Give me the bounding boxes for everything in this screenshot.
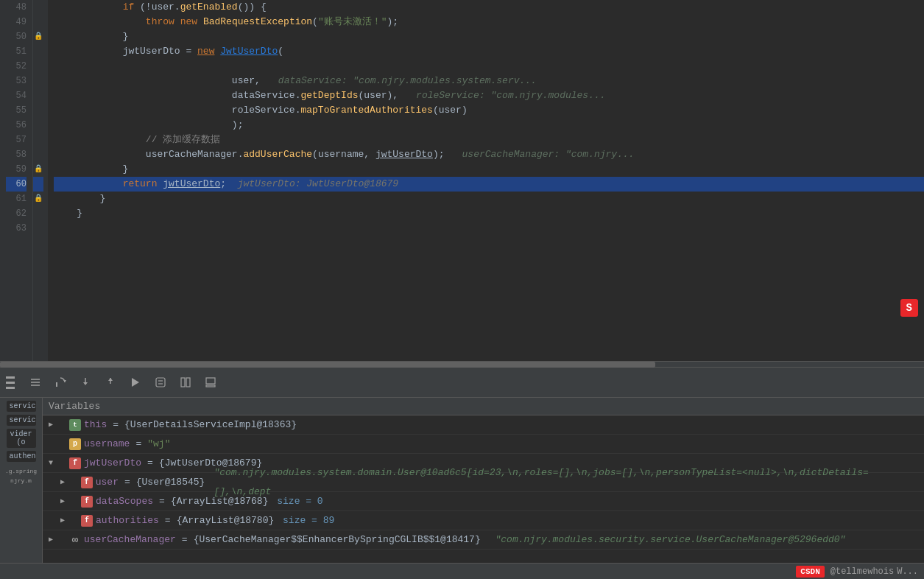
- code-editor: 48 49 50 51 52 53 54 55 56 57 58 59 60 6…: [0, 0, 924, 361]
- var-icon-this: t: [69, 419, 81, 431]
- var-name-username: username: [84, 435, 130, 454]
- expand-this[interactable]: ▶: [49, 415, 53, 435]
- var-icon-usercachemanager: ∞: [69, 534, 81, 546]
- var-size-datascopes: size = 0: [271, 492, 322, 511]
- var-name-datascopes: dataScopes: [96, 492, 153, 511]
- variables-area: Variables ▶ t this = {UserDetailsService…: [43, 398, 924, 569]
- var-name-usercachemanager: userCacheManager: [84, 530, 176, 550]
- scrollbar-area[interactable]: [0, 361, 924, 367]
- code-line-54: dataService. getDeptIds (user), roleServ…: [54, 88, 924, 103]
- csdn-badge: CSDN: [796, 566, 824, 578]
- menu-button[interactable]: [25, 372, 46, 393]
- service-label-6: njry.m: [10, 477, 32, 484]
- expand-datascopes[interactable]: ▶: [60, 492, 65, 511]
- code-line-49: throw new BadRequestException ( "账号未激活！"…: [54, 15, 924, 29]
- debug-panel: serviceIm serviceIm vider (o authenti .g…: [0, 398, 924, 569]
- code-line-57: // 添加缓存数据: [54, 133, 924, 147]
- var-row-this[interactable]: ▶ t this = {UserDetailsServiceImpl@18363…: [43, 415, 924, 435]
- expand-jwtuserdto[interactable]: ▼: [49, 454, 53, 473]
- author-label: @tellmewhois: [830, 566, 894, 577]
- code-line-52: [54, 59, 924, 74]
- code-line-59: }: [54, 162, 924, 177]
- code-line-63: [54, 221, 924, 236]
- var-hint-usercachemanager: "com.njry.modules.security.service.UserC…: [490, 530, 846, 550]
- service-label-4: authenti: [7, 451, 36, 462]
- step-out-button[interactable]: [100, 372, 121, 393]
- left-panel: [6, 376, 15, 390]
- svg-marker-6: [83, 382, 88, 385]
- var-row-user[interactable]: ▶ f user = {User@18545} "com.njry.module…: [43, 473, 924, 492]
- var-icon-username: p: [69, 438, 81, 450]
- evaluate-button[interactable]: [150, 372, 171, 393]
- var-icon-authorities: f: [81, 515, 93, 527]
- code-line-48: if (!user. getEnabled ()) {: [54, 0, 924, 15]
- var-value-user: {User@18545}: [136, 473, 205, 492]
- var-value-username: "wj": [147, 435, 170, 454]
- watermark: S: [900, 299, 918, 317]
- debug-toolbar: [0, 367, 924, 398]
- svg-rect-10: [156, 378, 165, 387]
- code-line-53: user, dataService: "com.njry.modules.sys…: [54, 74, 924, 88]
- code-line-61: }: [54, 192, 924, 206]
- svg-rect-15: [206, 378, 215, 384]
- var-icon-jwtuserdto: f: [69, 457, 81, 469]
- restore-layout-button[interactable]: [200, 372, 221, 393]
- service-label-1: serviceIm: [7, 401, 36, 412]
- var-name-authorities: authorities: [96, 511, 159, 530]
- var-value-authorities: {ArrayList@18780}: [177, 511, 275, 530]
- var-value-this: {UserDetailsServiceImpl@18363}: [124, 415, 297, 435]
- code-line-55: roleService. mapToGrantedAuthorities (us…: [54, 103, 924, 118]
- threads-button[interactable]: [175, 372, 196, 393]
- bottom-bar: CSDN @tellmewhois W...: [0, 563, 924, 579]
- var-value-datascopes: {ArrayList@18768}: [171, 492, 269, 511]
- svg-marker-9: [132, 378, 139, 387]
- var-value-usercachemanager: {UserCacheManager$$EnhancerBySpringCGLIB…: [194, 530, 481, 550]
- service-label-5: .g.spring: [5, 468, 37, 474]
- scrollbar-thumb[interactable]: [0, 362, 655, 368]
- code-line-60: return jwtUserDto ; jwtUserDto: JwtUserD…: [54, 177, 924, 192]
- code-line-51: jwtUserDto = new JwtUserDto (: [54, 44, 924, 59]
- code-line-empty2: [54, 250, 924, 265]
- step-over-button[interactable]: [50, 372, 71, 393]
- code-line-empty1: [54, 236, 924, 250]
- expand-usercachemanager[interactable]: ▶: [49, 530, 53, 550]
- expand-user[interactable]: ▶: [60, 473, 65, 492]
- side-icons: serviceIm serviceIm vider (o authenti .g…: [0, 398, 43, 569]
- code-content[interactable]: if (!user. getEnabled ()) { throw new Ba…: [48, 0, 924, 361]
- code-line-50: }: [54, 29, 924, 44]
- step-into-button[interactable]: [75, 372, 96, 393]
- var-icon-datascopes: f: [81, 496, 93, 508]
- suffix-label: W...: [897, 566, 918, 577]
- var-size-authorities: size = 89: [277, 511, 334, 530]
- variables-header: Variables: [43, 398, 924, 415]
- code-line-62: }: [54, 206, 924, 221]
- service-label-2: serviceIm: [7, 415, 36, 426]
- service-label-3: vider (o: [7, 429, 36, 448]
- line-numbers: 48 49 50 51 52 53 54 55 56 57 58 59 60 6…: [0, 0, 33, 361]
- svg-rect-16: [206, 385, 215, 387]
- var-name-user: user: [96, 473, 119, 492]
- svg-rect-14: [186, 378, 190, 387]
- var-row-username[interactable]: ▶ p username = "wj": [43, 435, 924, 454]
- svg-rect-4: [56, 382, 57, 387]
- svg-marker-3: [63, 380, 66, 382]
- var-icon-user: f: [81, 477, 93, 488]
- var-name-jwtuserdto: jwtUserDto: [84, 454, 141, 473]
- expand-authorities[interactable]: ▶: [60, 511, 65, 530]
- run-to-cursor-button[interactable]: [125, 372, 146, 393]
- var-row-usercachemanager[interactable]: ▶ ∞ userCacheManager = {UserCacheManager…: [43, 530, 924, 550]
- var-row-authorities[interactable]: ▶ f authorities = {ArrayList@18780} size…: [43, 511, 924, 530]
- gutter: 🔒 🔒 🔒: [33, 0, 48, 361]
- code-line-58: userCacheManager. addUserCache (username…: [54, 147, 924, 162]
- code-line-56: );: [54, 118, 924, 133]
- svg-rect-13: [181, 378, 185, 387]
- var-name-this: this: [84, 415, 107, 435]
